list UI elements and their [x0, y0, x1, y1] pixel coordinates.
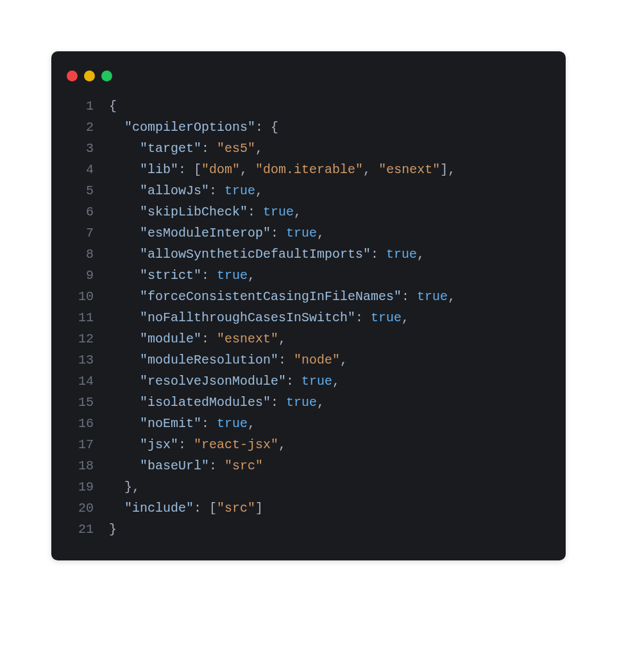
code-line[interactable]: 21} — [67, 519, 550, 540]
code-line[interactable]: 16 "noEmit": true, — [67, 413, 550, 434]
token-key: "baseUrl" — [140, 458, 209, 473]
token-punc — [109, 395, 140, 410]
token-key: "noEmit" — [140, 416, 201, 431]
token-bool: true — [286, 395, 317, 410]
code-line[interactable]: 11 "noFallthroughCasesInSwitch": true, — [67, 307, 550, 328]
code-line[interactable]: 1{ — [67, 96, 550, 117]
token-key: "include" — [124, 501, 194, 516]
line-content[interactable]: "target": "es5", — [109, 138, 550, 159]
line-content[interactable]: }, — [109, 476, 550, 498]
token-key: "forceConsistentCasingInFileNames" — [140, 289, 401, 304]
line-content[interactable]: "allowSyntheticDefaultImports": true, — [109, 244, 550, 265]
token-punc: , — [278, 332, 286, 346]
line-content[interactable]: "noFallthroughCasesInSwitch": true, — [109, 307, 550, 328]
token-punc — [109, 437, 140, 452]
token-punc: : — [248, 205, 263, 219]
line-content[interactable]: { — [109, 96, 550, 117]
minimize-icon[interactable] — [84, 71, 95, 81]
line-content[interactable]: "lib": ["dom", "dom.iterable", "esnext"]… — [109, 159, 550, 180]
token-punc: , — [317, 226, 325, 240]
line-content[interactable]: "strict": true, — [109, 265, 550, 286]
token-punc: : — [271, 226, 286, 240]
line-content[interactable]: "jsx": "react-jsx", — [109, 434, 550, 455]
code-line[interactable]: 5 "allowJs": true, — [67, 180, 550, 201]
line-number: 7 — [67, 223, 94, 244]
line-content[interactable]: "baseUrl": "src" — [109, 455, 550, 476]
code-line[interactable]: 19 }, — [67, 476, 550, 498]
line-content[interactable]: "skipLibCheck": true, — [109, 201, 550, 223]
line-content[interactable]: "moduleResolution": "node", — [109, 349, 550, 371]
line-number: 13 — [67, 349, 94, 371]
code-line[interactable]: 4 "lib": ["dom", "dom.iterable", "esnext… — [67, 159, 550, 180]
line-content[interactable]: "allowJs": true, — [109, 180, 550, 201]
code-line[interactable]: 2 "compilerOptions": { — [67, 117, 550, 138]
token-punc — [109, 162, 140, 177]
token-punc — [109, 247, 140, 262]
token-punc: { — [109, 99, 117, 113]
token-key: "isolatedModules" — [140, 395, 271, 410]
token-punc: } — [109, 522, 117, 537]
token-key: "lib" — [140, 162, 178, 177]
token-punc: , — [417, 247, 425, 262]
token-str: "esnext" — [217, 332, 278, 346]
code-line[interactable]: 9 "strict": true, — [67, 265, 550, 286]
line-content[interactable]: "resolveJsonModule": true, — [109, 371, 550, 392]
code-line[interactable]: 7 "esModuleInterop": true, — [67, 223, 550, 244]
code-line[interactable]: 14 "resolveJsonModule": true, — [67, 371, 550, 392]
token-punc: , — [448, 289, 455, 304]
line-number: 14 — [67, 371, 94, 392]
line-number: 2 — [67, 117, 94, 138]
code-line[interactable]: 3 "target": "es5", — [67, 138, 550, 159]
token-punc: , — [248, 416, 255, 431]
token-punc: : { — [255, 120, 278, 135]
token-punc: , — [240, 162, 255, 177]
token-bool: true — [371, 310, 401, 325]
token-key: "allowSyntheticDefaultImports" — [140, 247, 371, 262]
code-line[interactable]: 10 "forceConsistentCasingInFileNames": t… — [67, 286, 550, 307]
line-content[interactable]: "module": "esnext", — [109, 328, 550, 349]
line-content[interactable]: } — [109, 519, 550, 540]
token-str: "esnext" — [378, 162, 440, 177]
line-content[interactable]: "compilerOptions": { — [109, 117, 550, 138]
token-punc: , — [255, 183, 263, 198]
code-editor[interactable]: 1{2 "compilerOptions": {3 "target": "es5… — [51, 96, 566, 540]
token-key: "resolveJsonModule" — [140, 374, 286, 389]
token-punc: , — [401, 310, 409, 325]
line-content[interactable]: "forceConsistentCasingInFileNames": true… — [109, 286, 550, 307]
code-line[interactable]: 6 "skipLibCheck": true, — [67, 201, 550, 223]
token-punc — [109, 458, 140, 473]
line-number: 15 — [67, 392, 94, 413]
code-line[interactable]: 20 "include": ["src"] — [67, 498, 550, 519]
token-punc: : — [178, 437, 194, 452]
token-punc — [109, 205, 140, 219]
line-content[interactable]: "noEmit": true, — [109, 413, 550, 434]
token-punc — [109, 332, 140, 346]
code-line[interactable]: 12 "module": "esnext", — [67, 328, 550, 349]
code-line[interactable]: 8 "allowSyntheticDefaultImports": true, — [67, 244, 550, 265]
line-content[interactable]: "isolatedModules": true, — [109, 392, 550, 413]
token-punc: ] — [255, 501, 263, 516]
line-content[interactable]: "include": ["src"] — [109, 498, 550, 519]
token-punc — [109, 141, 140, 156]
token-punc — [109, 501, 124, 516]
line-content[interactable]: "esModuleInterop": true, — [109, 223, 550, 244]
line-number: 8 — [67, 244, 94, 265]
line-number: 21 — [67, 519, 94, 540]
code-line[interactable]: 13 "moduleResolution": "node", — [67, 349, 550, 371]
token-key: "jsx" — [140, 437, 178, 452]
code-line[interactable]: 17 "jsx": "react-jsx", — [67, 434, 550, 455]
line-number: 5 — [67, 180, 94, 201]
close-icon[interactable] — [67, 71, 78, 81]
code-line[interactable]: 18 "baseUrl": "src" — [67, 455, 550, 476]
token-str: "node" — [294, 353, 340, 367]
maximize-icon[interactable] — [101, 71, 112, 81]
line-number: 17 — [67, 434, 94, 455]
token-punc: : — [371, 247, 386, 262]
token-punc: : [ — [194, 501, 217, 516]
line-number: 16 — [67, 413, 94, 434]
token-punc: : — [209, 458, 224, 473]
line-number: 12 — [67, 328, 94, 349]
token-punc: , — [278, 437, 286, 452]
token-key: "strict" — [140, 268, 201, 283]
code-line[interactable]: 15 "isolatedModules": true, — [67, 392, 550, 413]
